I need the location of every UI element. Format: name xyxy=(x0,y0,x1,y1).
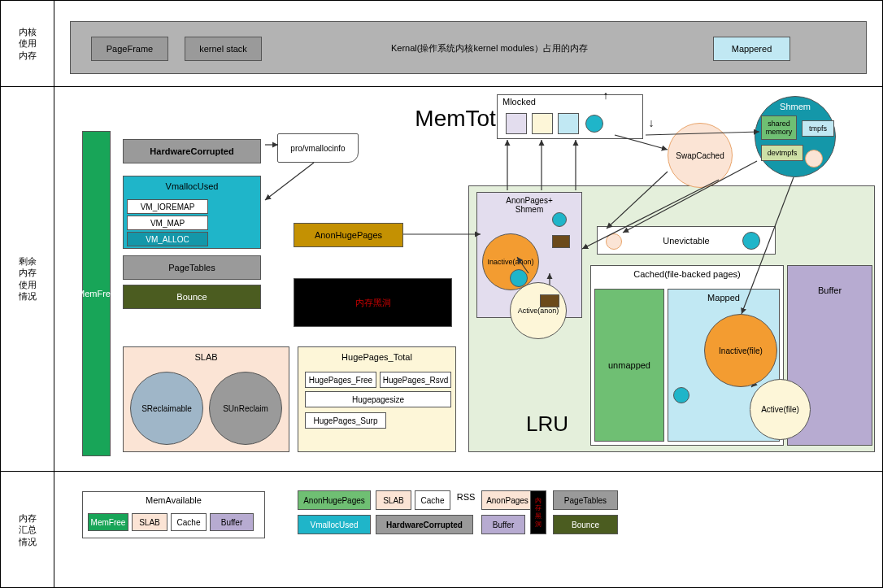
mlocked-swatch-cream xyxy=(532,113,553,134)
unevictable-label: Unevictable xyxy=(663,236,709,246)
pagetables-box: PageTables xyxy=(123,255,261,280)
unevictable-dot-teal xyxy=(742,232,760,250)
arrow-down-icon: ↓ xyxy=(646,117,657,128)
shmem-dot-peach xyxy=(805,150,823,168)
mlocked-dot xyxy=(585,115,603,133)
summary-bounce: Bounce xyxy=(553,515,618,534)
sharedmemory-box: shared memory xyxy=(761,115,797,140)
memory-map: MemTotal MemFree HardwareCorrupted Vmall… xyxy=(54,86,883,471)
mapped-label: Mapped xyxy=(707,293,740,303)
swapcached-circle: SwapCached xyxy=(668,123,733,188)
summary-slab2: SLAB xyxy=(376,490,411,510)
mlocked-label: Mlocked xyxy=(502,97,536,107)
sunreclaim-circle: SUnReclaim xyxy=(209,372,282,445)
summary-blackhole: 内 存 黑 洞 xyxy=(530,490,546,534)
cached-label: Cached(file-backed pages) xyxy=(633,269,740,279)
vm-alloc: VM_ALLOC xyxy=(127,232,208,246)
mappered-box: Mappered xyxy=(713,37,790,61)
vmallocused-label: VmallocUsed xyxy=(166,181,219,191)
devtmpfs-box: devtmpfs xyxy=(761,145,803,161)
anonpages-shmem-label: AnonPages+ Shmem xyxy=(506,196,553,214)
active-file-circle: Active(file) xyxy=(750,379,811,440)
summary-slab: SLAB xyxy=(132,513,167,531)
arrow-up-icon: ↑ xyxy=(600,89,611,101)
mlocked-box: Mlocked xyxy=(497,94,643,139)
anonpages-shmem-box: AnonPages+ Shmem Inactive(anon) Active(a… xyxy=(476,192,582,318)
active-anon-circle: Active(anon) xyxy=(510,282,567,339)
sreclaimable-circle: SReclaimable xyxy=(130,372,203,445)
svg-line-1 xyxy=(265,163,314,200)
summary-vmallocused: VmallocUsed xyxy=(298,515,371,534)
rss-label: RSS xyxy=(454,489,478,505)
mapped-dot xyxy=(673,387,689,403)
dot-teal-2 xyxy=(510,269,528,287)
blackhole-box: 内存黑洞 xyxy=(294,278,452,327)
memavailable-box: MemAvailable MemFree SLAB Cache Buffer xyxy=(82,491,265,538)
vm-ioremap: VM_IOREMAP xyxy=(127,199,208,214)
summary-cache: Cache xyxy=(171,513,207,531)
anonhugepages-box: AnonHugePages xyxy=(294,223,403,247)
diagram-root: 内核 使用 内存 剩余 内存 使用 情况 内存 汇总 情况 PageFrame … xyxy=(0,0,883,588)
hugepages-total-label: HugePages_Total xyxy=(341,352,412,362)
summary-buffer: Buffer xyxy=(210,513,254,531)
kernel-desc: Kernal(操作系统内核kernel modules）占用的内存 xyxy=(339,38,640,59)
hugepages-free: HugePages_Free xyxy=(305,372,376,388)
kernel-bar: PageFrame kernel stack Kernal(操作系统内核kern… xyxy=(70,21,867,74)
tmpfs-box: tmpfs xyxy=(802,120,834,137)
inactive-file-circle: Inactive(file) xyxy=(704,314,777,387)
summary-memfree: MemFree xyxy=(88,513,128,531)
summary-buffer2: Buffer xyxy=(481,515,525,534)
section-label-summary: 内存 汇总 情况 xyxy=(1,471,54,588)
swatch-brown-2 xyxy=(540,294,559,307)
hugepages-surp: HugePages_Surp xyxy=(305,412,386,429)
unevictable-box: Unevictable xyxy=(597,226,776,255)
bounce-box: Bounce xyxy=(123,285,261,309)
swatch-brown xyxy=(552,235,570,248)
lru-label: LRU xyxy=(526,412,568,437)
unmapped-box: unmapped xyxy=(594,289,664,442)
kernel-stack-box: kernel stack xyxy=(185,37,262,61)
summary-hwcorrupt: HardwareCorrupted xyxy=(376,515,473,534)
vmallocused-box: VmallocUsed VM_IOREMAP VM_MAP VM_ALLOC xyxy=(123,176,261,249)
hugepages-rsvd: HugePages_Rsvd xyxy=(380,372,451,388)
hardware-corrupted: HardwareCorrupted xyxy=(123,139,261,163)
mlocked-swatch-lavender xyxy=(506,113,527,134)
dot-teal xyxy=(552,212,567,227)
summary-cache2: Cache xyxy=(415,490,450,510)
summary-row: MemAvailable MemFree SLAB Cache Buffer A… xyxy=(54,471,883,588)
vm-map: VM_MAP xyxy=(127,216,208,230)
unevictable-dot-peach xyxy=(606,233,622,250)
hugepages-total-box: HugePages_Total HugePages_Free HugePages… xyxy=(298,346,456,452)
pageframe-box: PageFrame xyxy=(91,37,168,61)
slab-box: SLAB SReclaimable SUnReclaim xyxy=(123,346,289,452)
section-label-kernel: 内核 使用 内存 xyxy=(1,1,54,86)
mlocked-swatch-blue xyxy=(558,113,579,134)
shmem-label: Shmem xyxy=(780,102,811,111)
summary-anonhuge: AnonHugePages xyxy=(298,490,371,510)
proc-vmallocinfo: pro/vmallocinfo xyxy=(277,133,359,163)
memavailable-label: MemAvailable xyxy=(146,495,202,505)
summary-pagetables: PageTables xyxy=(553,490,618,510)
memfree-bar: MemFree xyxy=(82,131,111,456)
active-anon-label: Active(anon) xyxy=(518,307,559,315)
slab-label: SLAB xyxy=(194,352,217,362)
summary-anonpages: AnonPages xyxy=(481,490,533,510)
section-label-remaining: 剩余 内存 使用 情况 xyxy=(1,86,54,471)
hugepagesize: Hugepagesize xyxy=(305,391,451,407)
